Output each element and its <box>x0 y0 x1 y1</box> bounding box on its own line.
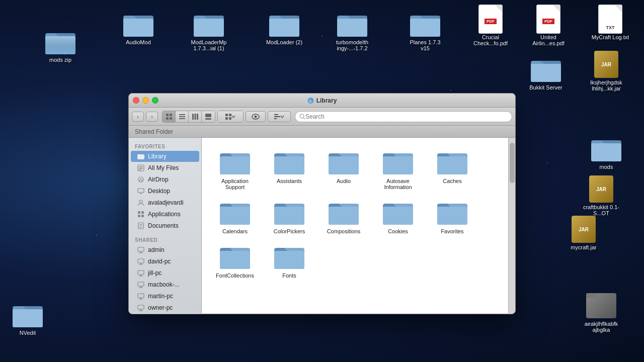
file-item-calendars[interactable]: Calendars <box>210 196 260 236</box>
desktop-icon-crucial[interactable]: PDF Crucial Check...fo.pdf <box>468 5 513 46</box>
file-grid: Application Support Assistants <box>202 138 508 313</box>
jar-icon-img: JAR <box>585 175 617 203</box>
svg-rect-78 <box>138 282 144 286</box>
file-item-colorpickers[interactable]: ColorPickers <box>264 196 314 236</box>
column-view-button[interactable] <box>189 111 202 122</box>
close-button[interactable] <box>133 97 139 104</box>
svg-rect-104 <box>437 156 467 174</box>
search-bar[interactable] <box>295 111 512 122</box>
desktop-icon-aeakj[interactable]: aeakjlhflkabfk ajbglka <box>579 292 624 333</box>
sidebar-item-owner-pc[interactable]: owner-pc <box>131 302 199 313</box>
svg-rect-70 <box>140 252 142 253</box>
svg-rect-14 <box>337 19 367 37</box>
desktop-icon-label: ModLoader (2) <box>266 39 302 45</box>
shared-folder-bar: Shared Folder <box>129 126 515 138</box>
sidebar-item-label: owner-pc <box>148 304 173 311</box>
computer-icon <box>137 281 145 289</box>
sidebar-item-david-pc[interactable]: david-pc <box>131 256 199 267</box>
svg-rect-37 <box>194 114 196 120</box>
sidebar-item-label: martin-pc <box>148 293 173 300</box>
computer-icon <box>137 292 145 300</box>
scrollbar-track[interactable] <box>508 138 515 313</box>
desktop-icon-nvedit[interactable]: NVedit <box>5 301 50 336</box>
folder-icon-img <box>409 10 441 38</box>
sidebar-item-all-my-files[interactable]: All My Files <box>131 162 199 173</box>
desktop-icon-modloader2[interactable]: ModLoader (2) <box>262 10 307 45</box>
svg-rect-77 <box>139 276 143 277</box>
file-item-audio[interactable]: Audio <box>318 146 369 192</box>
sidebar-item-documents[interactable]: Documents <box>131 220 199 231</box>
finder-body: FAVORITES Library <box>129 138 515 313</box>
icon-view-button[interactable] <box>163 111 176 122</box>
file-item-label: Fonts <box>282 273 296 279</box>
svg-rect-11 <box>269 19 299 37</box>
scrollbar-thumb[interactable] <box>510 143 515 183</box>
desktop-icon-label: NVedit <box>20 330 36 336</box>
sidebar-item-label: All My Files <box>148 164 179 171</box>
sidebar-item-macbook[interactable]: macbook-... <box>131 279 199 290</box>
desktop-icon-audiomod[interactable]: AudioMod <box>116 10 161 45</box>
file-item-assistants[interactable]: Assistants <box>264 146 314 192</box>
quick-look-button[interactable] <box>246 111 266 122</box>
svg-point-60 <box>139 200 142 203</box>
folder-icon-img <box>268 10 300 38</box>
file-item-cookies[interactable]: Cookies <box>373 196 423 236</box>
svg-rect-69 <box>138 247 144 251</box>
minimize-button[interactable] <box>142 97 149 104</box>
sidebar-item-applications[interactable]: Applications <box>131 209 199 220</box>
sidebar-item-desktop[interactable]: Desktop <box>131 186 199 197</box>
desktop-icon-mods-zip[interactable]: mods zip <box>38 28 83 63</box>
view-options-button[interactable] <box>218 111 243 122</box>
computer-icon <box>137 246 145 254</box>
desktop-icon-turbomodel[interactable]: turbomodelth ingy-...-1.7.2 <box>330 10 375 51</box>
file-item-compositions[interactable]: Compositions <box>318 196 369 236</box>
desktop-icon-lksj[interactable]: JAR lksjherjhgdsk lhlihj...kk.jar <box>584 50 629 92</box>
svg-rect-73 <box>140 263 142 264</box>
file-item-application-support[interactable]: Application Support <box>210 146 260 192</box>
desktop-icon-label: United Airlin...es.pdf <box>528 34 569 46</box>
sidebar-item-avaladjevardi[interactable]: avaladjevardi <box>131 197 199 208</box>
file-item-label: Caches <box>443 178 461 184</box>
cover-flow-view-button[interactable] <box>202 111 215 122</box>
svg-rect-49 <box>274 118 277 119</box>
sidebar-item-jill-pc[interactable]: jill-pc <box>131 267 199 279</box>
jar-icon-img: JAR <box>590 50 622 78</box>
folder-icon <box>273 242 305 270</box>
desktop-icon-united[interactable]: PDF United Airlin...es.pdf <box>526 5 571 46</box>
file-item-fontcollections[interactable]: FontCollections <box>210 240 260 281</box>
sidebar-item-martin-pc[interactable]: martin-pc <box>131 291 199 302</box>
desktop-icon-mycraft-jar[interactable]: JAR mycraft.jar <box>561 215 606 250</box>
back-button[interactable]: ‹ <box>132 112 144 122</box>
svg-rect-74 <box>139 264 143 265</box>
search-input[interactable] <box>305 113 508 120</box>
column-view-icon <box>192 113 199 120</box>
file-item-fonts[interactable]: Fonts <box>264 240 314 281</box>
desktop-icon-planes[interactable]: Planes 1.7.3 v15 <box>403 10 448 51</box>
desktop-icon-mycraft-txt[interactable]: TXT MyCraft Log.txt <box>588 5 633 40</box>
file-item-autosave[interactable]: Autosave Information <box>373 146 423 192</box>
desktop-icon-label: Planes 1.7.3 v15 <box>405 39 445 51</box>
svg-point-50 <box>300 114 304 118</box>
file-item-favorites[interactable]: Favorites <box>427 196 477 236</box>
desktop-icon-craftbukkit[interactable]: JAR craftbukkit 0.1-S...OT <box>579 175 624 216</box>
forward-button[interactable]: › <box>146 112 158 122</box>
desktop-icon-mods-folder[interactable]: mods <box>584 135 629 170</box>
title-bar: L Library <box>129 94 515 108</box>
svg-rect-36 <box>192 114 194 120</box>
sidebar-item-airdrop[interactable]: AirDrop <box>131 174 199 185</box>
sidebar-item-label: admin <box>148 246 165 253</box>
maximize-button[interactable] <box>152 97 158 104</box>
sidebar-item-library[interactable]: Library <box>131 151 199 162</box>
user-icon <box>137 199 145 207</box>
desktop-icon-modloadermp[interactable]: ModLoaderMp 1.7.3...ial (1) <box>186 10 231 51</box>
folder-icon-img <box>336 10 368 38</box>
arrange-button[interactable] <box>268 111 291 122</box>
file-item-label: Assistants <box>277 178 302 184</box>
pdf-icon-img: PDF <box>532 5 565 33</box>
list-view-button[interactable] <box>176 111 189 122</box>
desktop-icon-bukkit[interactable]: Bukkit Server <box>523 55 569 90</box>
svg-rect-71 <box>139 253 143 253</box>
file-item-caches[interactable]: Caches <box>427 146 477 192</box>
sidebar-item-admin[interactable]: admin <box>131 244 199 255</box>
desktop-icon-label: Bukkit Server <box>529 84 562 90</box>
